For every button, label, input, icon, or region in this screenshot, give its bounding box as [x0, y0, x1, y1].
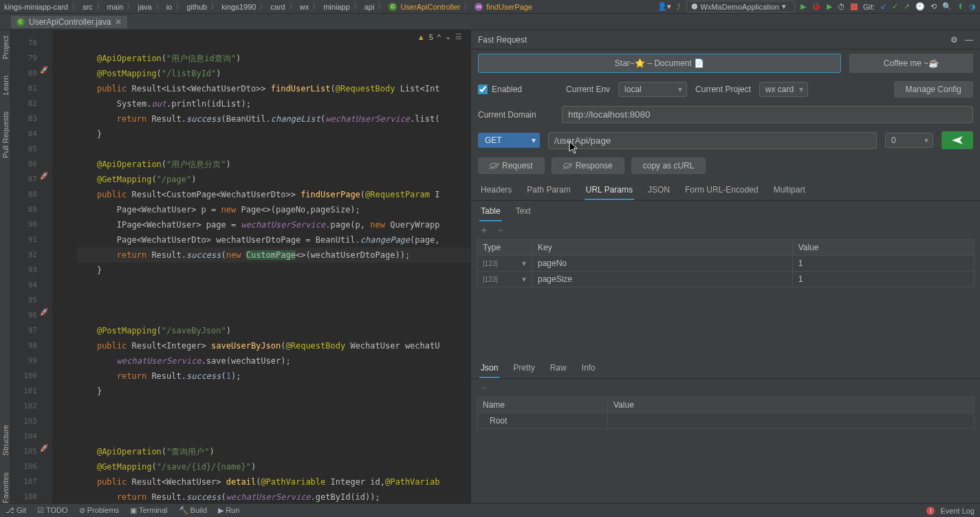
current-env-label: Current Env [566, 85, 610, 94]
minimize-icon[interactable]: — [965, 35, 973, 45]
class-file-icon: C [17, 18, 25, 26]
git-update-icon[interactable]: ↙ [880, 2, 886, 11]
run-icon[interactable]: ▶ [801, 2, 806, 11]
request-subtabs: TableText [471, 201, 980, 221]
close-tab-icon[interactable]: ✕ [115, 17, 122, 27]
remove-row-icon[interactable]: － [496, 224, 505, 236]
fast-request-panel: Fast Request ⚙ — Star~⭐ – Document 📄 Cof… [470, 30, 980, 503]
bottom-item-build[interactable]: 🔨 Build [179, 506, 208, 515]
bottom-item-run[interactable]: ▶ Run [218, 506, 239, 515]
manage-config-button[interactable]: Manage Config [894, 81, 973, 98]
left-tool-strip: Project Learn Pull Requests Structure Fa… [0, 30, 11, 503]
send-request-button[interactable] [941, 131, 973, 149]
response-view-button[interactable]: Response [552, 157, 624, 174]
request-tab-form-url-encoded[interactable]: Form URL-Encoded [684, 182, 760, 200]
history-icon[interactable]: 🕘 [915, 2, 925, 11]
error-indicator-icon[interactable]: ! [926, 507, 935, 515]
add-row-icon[interactable]: ＋ [479, 382, 489, 394]
navigation-bar: kings-miniapp-card〉 src〉 main〉 java〉 io〉… [0, 0, 980, 14]
coverage-icon[interactable]: ▶ [827, 2, 832, 11]
current-env-select[interactable]: local [618, 82, 687, 97]
sidebar-item-learn[interactable]: Learn [1, 76, 10, 95]
url-path-input[interactable] [548, 132, 877, 149]
eye-off-icon [563, 163, 571, 168]
response-tab-pretty[interactable]: Pretty [512, 360, 536, 378]
response-tab-info[interactable]: Info [580, 360, 597, 378]
http-method-select[interactable]: GET [478, 133, 540, 148]
settings-icon[interactable]: ⚙ [950, 35, 958, 45]
code-editor[interactable]: 7879808182838485868788899091929394959697… [11, 30, 470, 503]
request-subtab-text[interactable]: Text [514, 204, 532, 221]
rollback-icon[interactable]: ⟲ [930, 2, 937, 11]
enabled-checkbox[interactable]: Enabled [478, 85, 522, 94]
sidebar-item-pullreq[interactable]: Pull Requests [1, 111, 10, 158]
breadcrumb[interactable]: kings-miniapp-card〉 src〉 main〉 java〉 io〉… [4, 1, 532, 12]
bottom-item-todo[interactable]: ☑ TODO [37, 506, 67, 515]
editor-tab[interactable]: C UserApiController.java ✕ [11, 16, 127, 28]
request-tab-multipart[interactable]: Multipart [772, 182, 807, 200]
git-commit-icon[interactable]: ✓ [892, 2, 898, 11]
run-gutter-icon[interactable]: 🚀 [40, 172, 50, 182]
profile-icon[interactable]: ⏱ [838, 3, 845, 11]
user-icon[interactable]: 👤▾ [657, 2, 671, 11]
settings-shortcut-icon[interactable]: ◑ [969, 2, 976, 11]
sidebar-item-project[interactable]: Project [1, 36, 10, 59]
response-tab-raw[interactable]: Raw [549, 360, 568, 378]
bottom-tool-bar: ⎇ Git ☑ TODO ⊘ Problems ▣ Terminal 🔨 Bui… [0, 503, 980, 517]
editor-tabs: C UserApiController.java ✕ [0, 14, 980, 30]
tree-root[interactable]: Root [477, 413, 608, 429]
run-gutter-icon[interactable]: 🚀 [40, 66, 50, 76]
sidebar-item-favorites[interactable]: Favorites [1, 472, 10, 503]
bottom-item-git[interactable]: ⎇ Git [6, 506, 26, 515]
event-log-button[interactable]: Event Log [940, 507, 974, 515]
bottom-item-terminal[interactable]: ▣ Terminal [130, 506, 167, 515]
stop-icon[interactable] [851, 3, 858, 10]
eye-off-icon [490, 163, 498, 168]
panel-title: Fast Request [478, 35, 527, 45]
current-domain-input[interactable] [562, 106, 973, 123]
url-params-table[interactable]: Type Key Value |123|▾pageNo1|123|▾pageSi… [477, 239, 974, 287]
request-tab-path-param[interactable]: Path Param [525, 182, 571, 200]
star-button[interactable]: Star~⭐ – Document 📄 [478, 54, 841, 73]
search-icon[interactable]: 🔍 [942, 2, 952, 11]
copy-curl-button[interactable]: copy as cURL [631, 157, 706, 174]
response-tab-json[interactable]: Json [479, 360, 499, 378]
response-tree[interactable]: Name Value Root [477, 397, 974, 429]
request-tab-json[interactable]: JSON [646, 182, 671, 200]
request-view-button[interactable]: Request [478, 157, 545, 174]
debug-icon[interactable]: 🐞 [812, 2, 821, 11]
request-tabs: HeadersPath ParamURL ParamsJSONForm URL-… [471, 178, 980, 201]
table-row[interactable]: |123|▾pageSize1 [477, 272, 974, 287]
bottom-item-problems[interactable]: ⊘ Problems [79, 506, 120, 515]
git-label: Git: [863, 3, 875, 11]
sidebar-item-structure[interactable]: Structure [1, 425, 10, 456]
request-tab-url-params[interactable]: URL Params [585, 182, 634, 200]
git-push-icon[interactable]: ↗ [904, 2, 910, 11]
table-row[interactable]: |123|▾pageNo1 [477, 256, 974, 272]
request-tab-headers[interactable]: Headers [479, 182, 513, 200]
current-project-label: Current Project [695, 85, 751, 94]
response-tabs: JsonPrettyRawInfo [471, 356, 980, 379]
run-gutter-icon[interactable]: 🚀 [40, 308, 50, 318]
coffee-button[interactable]: Coffee me ~☕ [849, 54, 973, 73]
current-project-select[interactable]: wx card [759, 82, 808, 97]
request-subtab-table[interactable]: Table [479, 204, 502, 221]
run-gutter-icon[interactable]: 🚀 [40, 444, 50, 454]
current-domain-label: Current Domain [478, 110, 554, 120]
build-icon[interactable]: ⤴ [677, 3, 681, 11]
retry-select[interactable]: 0 [885, 133, 933, 148]
run-config-select[interactable]: ⬢ WxMaDemoApplication ▾ [686, 1, 795, 12]
add-row-icon[interactable]: ＋ [479, 224, 489, 236]
ide-update-icon[interactable]: ⬆ [957, 2, 963, 11]
